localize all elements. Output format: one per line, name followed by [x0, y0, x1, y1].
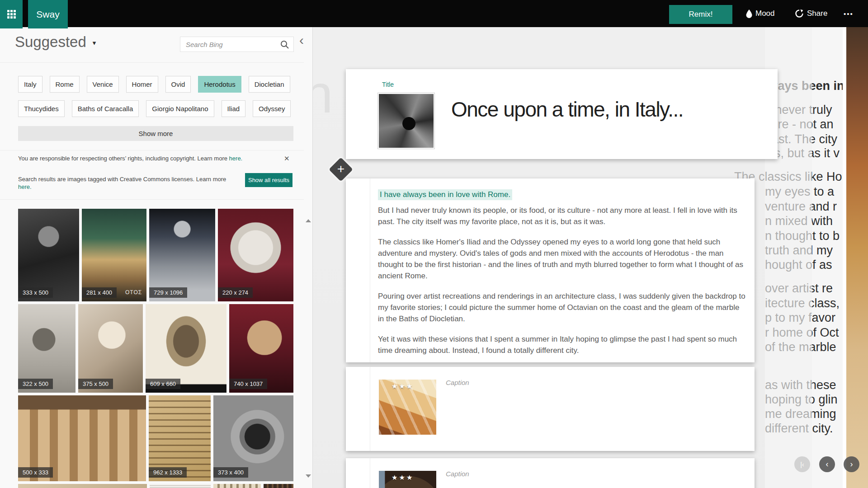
mood-button[interactable]: Mood: [746, 0, 775, 27]
collapse-panel-button[interactable]: ‹: [299, 33, 304, 47]
share-label: Share: [807, 9, 827, 18]
filter-chip-herodotus[interactable]: Herodotus: [198, 76, 241, 93]
suggested-panel: Suggested▾ ‹ ItalyRomeVeniceHomerOvidHer…: [0, 27, 313, 488]
copyright-notice-text: You are responsible for respecting other…: [18, 155, 227, 162]
card-inner-rule: [370, 458, 370, 488]
copyright-learn-more-link[interactable]: here.: [229, 155, 243, 162]
story-heading-text[interactable]: I have always been in love with Rome.: [378, 189, 512, 200]
search-result-image[interactable]: 740 x 1037: [229, 304, 293, 393]
search-result-image-partial[interactable]: [150, 484, 211, 488]
filter-chip-thucydides[interactable]: Thucydides: [18, 100, 65, 117]
filter-chip-homer[interactable]: Homer: [126, 76, 158, 93]
image-results-row: 333 x 500281 x 400ΟΤΟΣ729 x 1096220 x 27…: [18, 209, 293, 301]
image-dimensions-label: 375 x 500: [78, 379, 113, 389]
story-paragraph[interactable]: The classics like Homer's Iliad and the …: [378, 236, 747, 282]
waffle-icon: [7, 10, 16, 19]
insert-card-button[interactable]: +: [329, 157, 353, 182]
next-section-button[interactable]: ›: [844, 456, 859, 472]
share-icon: [795, 9, 804, 18]
colonnade-image-thumbnail[interactable]: ★★★: [379, 380, 436, 435]
plus-icon: +: [332, 161, 349, 178]
search-result-image[interactable]: 281 x 400ΟΤΟΣ: [82, 209, 146, 301]
filter-chip-ovid[interactable]: Ovid: [165, 76, 191, 93]
image-dimensions-label: 609 x 660: [146, 379, 180, 389]
search-result-image[interactable]: 500 x 333: [18, 395, 146, 481]
close-icon[interactable]: ✕: [284, 155, 290, 163]
scroll-up-button[interactable]: [304, 216, 313, 225]
image-dimensions-label: 373 x 400: [213, 467, 248, 478]
image-dimensions-label: 500 x 333: [18, 467, 53, 478]
bing-search-box: [180, 37, 294, 52]
filter-chip-odyssey[interactable]: Odyssey: [253, 100, 291, 117]
text-card[interactable]: I have always been in love with Rome. Bu…: [346, 178, 755, 362]
search-result-image-partial[interactable]: [18, 484, 147, 488]
search-input[interactable]: [180, 37, 293, 52]
copyright-notice: You are responsible for respecting other…: [18, 155, 271, 162]
story-paragraph[interactable]: But I had never truly known its people, …: [378, 205, 747, 227]
image-rating-stars: ★★★: [392, 382, 414, 390]
caption-placeholder[interactable]: Caption: [446, 470, 469, 478]
archway-image-thumbnail[interactable]: ★★★: [379, 471, 436, 488]
droplet-icon: [746, 9, 752, 18]
filter-chip-iliad[interactable]: Iliad: [222, 100, 246, 117]
show-more-button[interactable]: Show more: [18, 126, 293, 141]
license-notice-text: Search results are images tagged with Cr…: [18, 176, 226, 183]
image-dimensions-label: 322 x 500: [18, 379, 53, 389]
image-rating-stars: ★★★: [392, 474, 414, 482]
more-options-button[interactable]: •••: [844, 0, 854, 27]
background-photo-strip: [846, 27, 868, 488]
share-button[interactable]: Share: [795, 0, 827, 27]
filter-chip-venice[interactable]: Venice: [87, 76, 119, 93]
preview-page-gap: [843, 27, 846, 488]
search-result-image[interactable]: 322 x 500: [18, 304, 75, 393]
app-launcher-button[interactable]: [0, 0, 23, 28]
search-result-image[interactable]: 609 x 660: [146, 304, 226, 393]
triangle-up-icon: [306, 219, 311, 222]
triangle-down-icon: [306, 474, 311, 478]
filter-chip-giorgio-napolitano[interactable]: Giorgio Napolitano: [146, 100, 214, 117]
search-result-image[interactable]: 375 x 500: [78, 304, 143, 393]
title-card[interactable]: Title Once upon a time, in Italy...: [346, 69, 778, 159]
show-all-results-button[interactable]: Show all results: [245, 173, 292, 187]
story-paragraph[interactable]: Pouring over artist recreations and rend…: [378, 291, 747, 324]
image-dimensions-label: 333 x 500: [18, 287, 53, 298]
image-caption-card[interactable]: ★★★ Caption: [346, 458, 755, 488]
search-result-image[interactable]: 373 x 400: [213, 395, 293, 481]
title-card-label: Title: [382, 81, 394, 88]
license-learn-more-link[interactable]: here.: [18, 183, 32, 190]
filter-chip-diocletian[interactable]: Diocletian: [249, 76, 290, 93]
image-dimensions-label: 220 x 274: [218, 287, 253, 298]
image-results-row: 500 x 333962 x 1333373 x 400: [18, 395, 293, 481]
caption-placeholder[interactable]: Caption: [446, 379, 469, 386]
search-icon[interactable]: [280, 40, 290, 52]
story-paragraph[interactable]: Yet it was with these visions that I spe…: [378, 333, 747, 356]
story-body-text[interactable]: But I had never truly known its people, …: [378, 205, 747, 365]
title-image-thumbnail[interactable]: [377, 93, 435, 149]
search-result-image[interactable]: 220 x 274: [218, 209, 293, 301]
divider: [0, 199, 304, 200]
filter-chip-baths-of-caracalla[interactable]: Baths of Caracalla: [72, 100, 139, 117]
image-inscription-text: ΟΤΟΣ: [125, 289, 142, 296]
story-canvas: upon lways been ind never trulylture - n…: [313, 27, 868, 488]
suggested-dropdown[interactable]: Suggested▾: [15, 33, 96, 51]
search-result-image[interactable]: 962 x 1333: [149, 395, 211, 481]
sway-logo-tab[interactable]: Sway: [28, 0, 68, 28]
image-caption-card[interactable]: ★★★ Caption: [346, 367, 755, 451]
image-results-partial-row: [18, 484, 293, 488]
search-result-image-partial[interactable]: [264, 484, 293, 488]
card-inner-rule: [370, 367, 370, 451]
remix-button[interactable]: Remix!: [669, 5, 732, 24]
suggested-heading-label: Suggested: [15, 33, 86, 50]
chevron-down-icon: ▾: [93, 39, 96, 47]
filter-chip-rome[interactable]: Rome: [50, 76, 80, 93]
search-result-image[interactable]: 333 x 500: [18, 209, 79, 301]
skip-to-start-button[interactable]: |‹: [794, 456, 810, 472]
divider: [0, 62, 304, 63]
search-result-image[interactable]: 729 x 1096: [149, 209, 215, 301]
story-title-text[interactable]: Once upon a time, in Italy...: [451, 97, 683, 122]
scroll-down-button[interactable]: [304, 471, 313, 480]
filter-chip-italy[interactable]: Italy: [18, 76, 42, 93]
search-result-image-partial[interactable]: [213, 484, 261, 488]
previous-section-button[interactable]: ‹: [819, 456, 835, 472]
image-dimensions-label: 962 x 1333: [149, 467, 187, 478]
